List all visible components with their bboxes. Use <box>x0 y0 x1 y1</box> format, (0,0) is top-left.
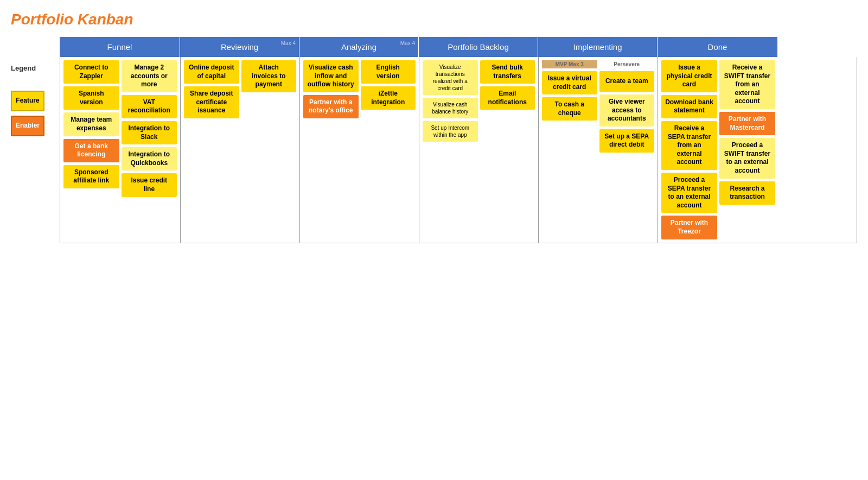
legend-enabler-badge: Enabler <box>11 116 44 136</box>
legend-column: Legend Feature Enabler <box>11 37 60 136</box>
card-analyzing-1-1[interactable]: iZettle integration <box>361 86 416 110</box>
card-funnel-0-3[interactable]: Get a bank licencing <box>63 139 119 162</box>
card-implementing-1-0[interactable]: Create a team <box>599 71 655 92</box>
col-body-analyzing: Visualize cash inflow and outflow histor… <box>300 57 419 243</box>
card-backlog-1-1[interactable]: Email notifications <box>480 86 535 110</box>
col-header-done: Done <box>658 37 778 57</box>
card-implementing-0-0[interactable]: Issue a virtual credit card <box>542 71 597 94</box>
card-done-0-3[interactable]: Proceed a SEPA transfer to an external a… <box>661 173 717 213</box>
card-funnel-1-4[interactable]: Issue credit line <box>122 173 177 197</box>
card-funnel-0-2[interactable]: Manage team expenses <box>63 112 119 136</box>
card-reviewing-1-0[interactable]: Attach invoices to payment <box>241 60 297 92</box>
column-bodies: Connect to ZappierSpanish versionManage … <box>60 57 857 243</box>
card-funnel-1-0[interactable]: Manage 2 accounts or more <box>122 60 177 92</box>
card-analyzing-0-1[interactable]: Partner with a notary's office <box>303 95 359 118</box>
card-done-1-3[interactable]: Research a transaction <box>719 181 775 205</box>
col-body-reviewing: Online deposit of capitalShare deposit c… <box>181 57 300 243</box>
card-funnel-0-4[interactable]: Sponsored affiliate link <box>63 165 119 188</box>
card-done-1-1[interactable]: Partner with Mastercard <box>719 112 775 135</box>
col-header-funnel: Funnel <box>60 37 180 57</box>
card-done-0-0[interactable]: Issue a physical credit card <box>661 60 717 92</box>
sub-col-analyzing-0: Visualize cash inflow and outflow histor… <box>303 60 359 118</box>
card-reviewing-0-0[interactable]: Online deposit of capital <box>184 60 239 84</box>
sub-col-backlog-0: Visualize transactions realized with a c… <box>423 60 478 142</box>
sub-col-header: Persevere <box>599 60 655 68</box>
sub-col-reviewing-1: Attach invoices to payment <box>241 60 297 92</box>
col-body-implementing: MVP Max 3Issue a virtual credit cardTo c… <box>539 57 658 243</box>
card-implementing-0-1[interactable]: To cash a cheque <box>542 97 597 121</box>
col-header-analyzing: AnalyzingMax 4 <box>299 37 419 57</box>
card-done-0-4[interactable]: Partner with Treezor <box>661 216 717 239</box>
legend-feature-badge: Feature <box>11 91 44 111</box>
card-backlog-0-1[interactable]: Visualize cash balance history <box>423 98 478 118</box>
card-funnel-0-1[interactable]: Spanish version <box>63 86 119 110</box>
card-funnel-0-0[interactable]: Connect to Zappier <box>63 60 119 84</box>
card-done-0-2[interactable]: Receive a SEPA transfer from an external… <box>661 121 717 170</box>
card-implementing-1-2[interactable]: Set up a SEPA direct debit <box>599 129 655 153</box>
sub-col-done-1: Receive a SWIFT transfer from an externa… <box>719 60 775 205</box>
sub-col-backlog-1: Send bulk transfersEmail notifications <box>480 60 535 110</box>
card-done-1-2[interactable]: Proceed a SWIFT transfer to an external … <box>719 138 775 178</box>
page-title: Portfolio Kanban <box>11 11 857 28</box>
card-reviewing-0-1[interactable]: Share deposit certificate issuance <box>184 86 239 118</box>
legend-label: Legend <box>11 64 36 72</box>
column-headers: FunnelReviewingMax 4AnalyzingMax 4Portfo… <box>60 37 857 57</box>
card-backlog-0-0[interactable]: Visualize transactions realized with a c… <box>423 60 478 95</box>
sub-col-implementing-0: MVP Max 3Issue a virtual credit cardTo c… <box>542 60 597 121</box>
col-body-funnel: Connect to ZappierSpanish versionManage … <box>60 57 181 243</box>
card-funnel-1-3[interactable]: Integration to Quickbooks <box>122 147 177 170</box>
card-done-0-1[interactable]: Download bank statement <box>661 95 717 118</box>
col-header-implementing: Implementing <box>538 37 658 57</box>
card-analyzing-1-0[interactable]: English version <box>361 60 416 84</box>
card-funnel-1-2[interactable]: Integration to Slack <box>122 121 177 144</box>
card-done-1-0[interactable]: Receive a SWIFT transfer from an externa… <box>719 60 775 109</box>
sub-col-done-0: Issue a physical credit cardDownload ban… <box>661 60 717 239</box>
sub-col-funnel-1: Manage 2 accounts or moreVAT reconciliat… <box>122 60 177 197</box>
sub-col-funnel-0: Connect to ZappierSpanish versionManage … <box>63 60 119 188</box>
card-backlog-1-0[interactable]: Send bulk transfers <box>480 60 535 84</box>
col-header-reviewing: ReviewingMax 4 <box>180 37 299 57</box>
sub-col-implementing-1: PersevereCreate a teamGive viewer access… <box>599 60 655 153</box>
card-backlog-0-2[interactable]: Set up Intercom within the app <box>423 121 478 142</box>
card-implementing-1-1[interactable]: Give viewer access to accountants <box>599 94 655 127</box>
sub-col-header: MVP Max 3 <box>542 60 597 68</box>
kanban-columns-wrap: FunnelReviewingMax 4AnalyzingMax 4Portfo… <box>60 37 857 243</box>
sub-col-reviewing-0: Online deposit of capitalShare deposit c… <box>184 60 239 118</box>
col-body-done: Issue a physical credit cardDownload ban… <box>658 57 778 243</box>
sub-col-analyzing-1: English versioniZettle integration <box>361 60 416 110</box>
kanban-board: Legend Feature Enabler FunnelReviewingMa… <box>11 37 857 243</box>
card-analyzing-0-0[interactable]: Visualize cash inflow and outflow histor… <box>303 60 359 92</box>
card-funnel-1-1[interactable]: VAT reconciliation <box>122 95 177 118</box>
col-body-backlog: Visualize transactions realized with a c… <box>419 57 539 243</box>
col-header-backlog: Portfolio Backlog <box>419 37 538 57</box>
